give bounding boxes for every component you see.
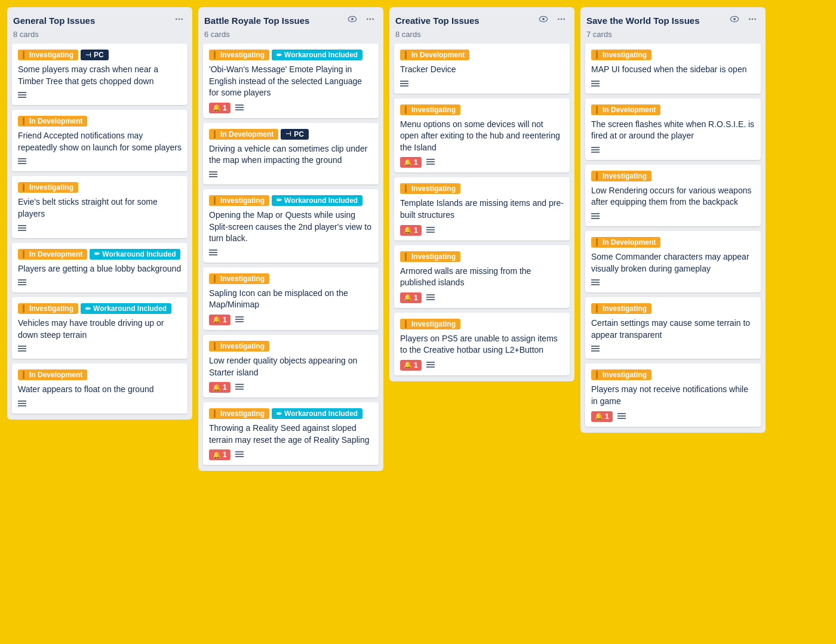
card-sw2[interactable]: In DevelopmentThe screen flashes white w…	[585, 98, 761, 160]
card-labels-g6: In Development	[18, 369, 182, 380]
card-menu-icon-br3[interactable]	[209, 248, 219, 258]
card-menu-icon-g2[interactable]	[18, 157, 27, 167]
card-menu-icon-sw5[interactable]	[591, 344, 601, 354]
label-br2-1: ⊣ PC	[281, 129, 309, 140]
card-badge-sw6[interactable]: 🔔 1	[591, 411, 613, 422]
card-labels-br1: Investigating✏ Workaround Included	[209, 50, 373, 60]
svg-point-47	[561, 19, 563, 20]
card-menu-icon-br2[interactable]	[209, 170, 219, 180]
card-g6[interactable]: In DevelopmentWater appears to float on …	[12, 363, 188, 414]
card-badge-br4[interactable]: 🔔 1	[209, 315, 230, 325]
card-br1[interactable]: Investigating✏ Workaround Included'Obi-W…	[203, 44, 379, 118]
card-text-br2: Driving a vehicle can sometimes clip und…	[209, 143, 373, 167]
more-button-creative[interactable]	[554, 13, 568, 27]
card-cr4[interactable]: InvestigatingArmored walls are missing f…	[394, 245, 570, 308]
card-g3[interactable]: InvestigatingEvie's belt sticks straight…	[12, 176, 188, 238]
card-br5[interactable]: InvestigatingLow render quality objects …	[203, 335, 379, 398]
card-menu-icon-br4[interactable]	[235, 315, 245, 325]
card-cr1[interactable]: In DevelopmentTracker Device	[394, 44, 570, 94]
card-menu-icon-cr1[interactable]	[400, 79, 410, 89]
card-br3[interactable]: Investigating✏ Workaround IncludedOpenin…	[203, 189, 379, 263]
card-badge-cr4[interactable]: 🔔 1	[400, 292, 422, 303]
column-count-save-the-world: 7 cards	[585, 30, 761, 39]
label-cr2-0: Investigating	[400, 104, 460, 115]
card-badge-br5[interactable]: 🔔 1	[209, 382, 230, 393]
card-br6[interactable]: Investigating✏ Workaround IncludedThrowi…	[203, 402, 379, 465]
eye-button-battle-royale[interactable]	[345, 13, 359, 27]
card-text-br3: Opening the Map or Quests while using Sp…	[209, 209, 373, 245]
card-footer-g2	[18, 157, 182, 167]
card-text-cr1: Tracker Device	[400, 64, 564, 76]
card-badge-cr5[interactable]: 🔔 1	[400, 360, 422, 371]
card-menu-icon-g1[interactable]	[18, 91, 27, 100]
kanban-board: General Top Issues8 cardsInvestigating⊣ …	[7, 7, 829, 471]
card-menu-icon-cr2[interactable]	[426, 158, 436, 167]
label-br1-0: Investigating	[209, 50, 269, 60]
column-battle-royale: Battle Royale Top Issues6 cardsInvestiga…	[198, 7, 383, 471]
column-title-creative: Creative Top Issues	[395, 16, 480, 26]
card-badge-cr2[interactable]: 🔔 1	[400, 157, 422, 168]
card-text-g4: Players are getting a blue lobby backgro…	[18, 263, 182, 275]
card-labels-br4: Investigating	[209, 273, 373, 284]
card-g4[interactable]: In Development✏ Workaround IncludedPlaye…	[12, 243, 188, 293]
card-menu-icon-g4[interactable]	[18, 278, 27, 288]
card-cr2[interactable]: InvestigatingMenu options on some device…	[394, 98, 570, 173]
card-text-br6: Throwing a Reality Seed against sloped t…	[209, 423, 373, 446]
card-footer-sw3	[591, 212, 755, 221]
label-sw1-0: Investigating	[591, 50, 651, 60]
card-g1[interactable]: Investigating⊣ PCSome players may crash …	[12, 44, 188, 105]
card-cr3[interactable]: InvestigatingTemplate Islands are missin…	[394, 177, 570, 240]
card-menu-icon-g5[interactable]	[18, 344, 27, 354]
card-menu-icon-br1[interactable]	[235, 103, 245, 113]
card-text-br5: Low render quality objects appearing on …	[209, 355, 373, 378]
card-sw1[interactable]: InvestigatingMAP UI focused when the sid…	[585, 44, 761, 94]
card-labels-cr1: In Development	[400, 50, 564, 60]
card-br2[interactable]: In Development⊣ PCDriving a vehicle can …	[203, 123, 379, 184]
card-sw4[interactable]: In DevelopmentSome Commander characters …	[585, 231, 761, 292]
card-br4[interactable]: InvestigatingSapling Icon can be misplac…	[203, 267, 379, 330]
card-cr5[interactable]: InvestigatingPlayers on PS5 are unable t…	[394, 313, 570, 375]
card-sw3[interactable]: InvestigatingLow Rendering occurs for va…	[585, 165, 761, 226]
column-title-general: General Top Issues	[13, 16, 95, 26]
card-menu-icon-sw6[interactable]	[617, 412, 627, 421]
card-badge-br6[interactable]: 🔔 1	[209, 449, 230, 460]
eye-button-save-the-world[interactable]	[727, 13, 742, 27]
card-menu-icon-cr5[interactable]	[426, 360, 436, 370]
card-menu-icon-g6[interactable]	[18, 399, 27, 409]
card-labels-sw4: In Development	[591, 237, 755, 248]
more-button-battle-royale[interactable]	[363, 13, 377, 27]
card-badge-br1[interactable]: 🔔 1	[209, 103, 230, 113]
card-text-sw5: Certain settings may cause some terrain …	[591, 318, 755, 341]
column-header-save-the-world: Save the World Top Issues	[585, 13, 761, 27]
card-sw5[interactable]: InvestigatingCertain settings may cause …	[585, 297, 761, 359]
card-menu-icon-cr3[interactable]	[426, 226, 436, 235]
label-g5-1: ✏ Workaround Included	[81, 303, 171, 314]
card-menu-icon-cr4[interactable]	[426, 293, 436, 303]
cards-list-battle-royale: Investigating✏ Workaround Included'Obi-W…	[203, 44, 379, 465]
column-title-save-the-world: Save the World Top Issues	[586, 16, 700, 26]
card-menu-icon-sw3[interactable]	[591, 212, 601, 221]
card-g5[interactable]: Investigating✏ Workaround IncludedVehicl…	[12, 297, 188, 359]
eye-button-creative[interactable]	[536, 13, 551, 27]
svg-point-67	[752, 19, 754, 20]
card-sw6[interactable]: InvestigatingPlayers may not receive not…	[585, 363, 761, 426]
column-header-general: General Top Issues	[12, 13, 188, 27]
column-save-the-world: Save the World Top Issues7 cardsInvestig…	[580, 7, 766, 433]
card-badge-cr3[interactable]: 🔔 1	[400, 225, 422, 236]
card-g2[interactable]: In DevelopmentFriend Accepted notificati…	[12, 110, 188, 171]
card-menu-icon-sw1[interactable]	[591, 79, 601, 89]
more-button-general[interactable]	[172, 13, 186, 27]
card-menu-icon-sw2[interactable]	[591, 146, 601, 155]
svg-point-66	[749, 19, 751, 20]
card-text-br1: 'Obi-Wan's Message' Emote Playing in Eng…	[209, 64, 373, 99]
card-menu-icon-sw4[interactable]	[591, 278, 601, 288]
card-footer-br6: 🔔 1	[209, 449, 373, 460]
svg-point-45	[542, 18, 545, 20]
card-labels-br5: Investigating	[209, 341, 373, 352]
card-menu-icon-br5[interactable]	[235, 383, 245, 392]
card-menu-icon-g3[interactable]	[18, 224, 27, 233]
card-menu-icon-br6[interactable]	[235, 450, 245, 460]
more-button-save-the-world[interactable]	[745, 13, 760, 27]
card-labels-g5: Investigating✏ Workaround Included	[18, 303, 182, 314]
label-sw3-0: Investigating	[591, 171, 651, 181]
